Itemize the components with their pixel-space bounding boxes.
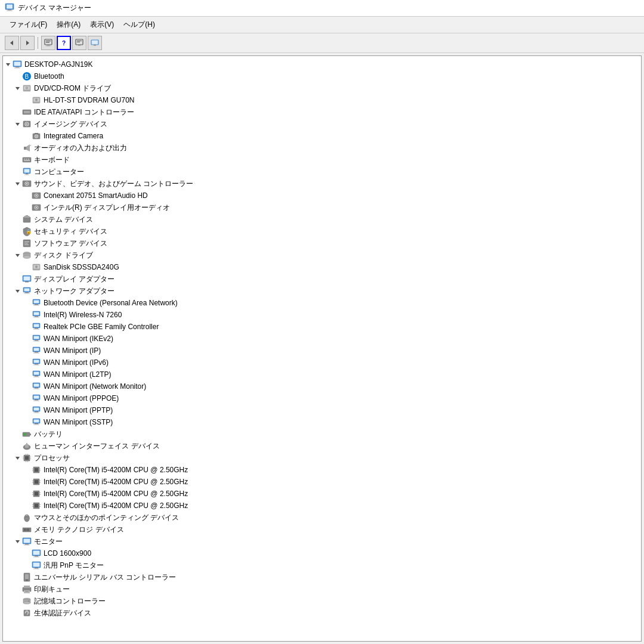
svg-rect-193	[33, 569, 39, 569]
svg-marker-44	[26, 144, 30, 151]
network-item-icon	[32, 358, 41, 367]
tree-item-wan-miniport-(ip)[interactable]: WAN Miniport (IP)	[3, 345, 641, 357]
tree-item-intel(r)-core(tm)-i5-4200m-cpu-@-2.50ghz[interactable]: Intel(R) Core(TM) i5-4200M CPU @ 2.50GHz	[3, 464, 641, 476]
forward-button[interactable]	[20, 36, 35, 50]
tree-item-intel(r)-core(tm)-i5-4200m-cpu-@-2.50ghz[interactable]: Intel(R) Core(TM) i5-4200M CPU @ 2.50GHz	[3, 500, 641, 512]
tree-item-wan-miniport-(pppoe)[interactable]: WAN Miniport (PPPOE)	[3, 392, 641, 404]
tree-item-コンピューター[interactable]: コンピューター	[3, 166, 641, 178]
disk-item-icon	[32, 95, 41, 105]
tree-item-バッテリ[interactable]: バッテリ	[3, 428, 641, 440]
collapse-icon[interactable]	[3, 60, 13, 69]
collapse-icon[interactable]	[13, 537, 22, 546]
tree-item-integrated-camera[interactable]: Integrated Camera	[3, 130, 641, 142]
tree-item-インテル(r)-ディスプレイ用オーディオ[interactable]: インテル(R) ディスプレイ用オーディオ	[3, 202, 641, 213]
tree-item-label: システム デバイス	[34, 214, 93, 225]
tree-root[interactable]: DESKTOP-AGJN19K	[3, 58, 641, 70]
tree-item-conexant-20751-smartaudio-hd[interactable]: Conexant 20751 SmartAudio HD	[3, 190, 641, 202]
tree-item-intel(r)-wireless-n-7260[interactable]: Intel(R) Wireless-N 7260	[3, 309, 641, 321]
collapse-icon[interactable]	[13, 250, 22, 260]
tree-item-label: WAN Miniport (PPPOE)	[44, 393, 119, 404]
prop-button[interactable]	[41, 36, 55, 50]
device-manager-tree[interactable]: DESKTOP-AGJN19KBBluetoothDVD/CD-ROM ドライブ…	[2, 55, 642, 642]
storage-icon	[22, 596, 32, 606]
tree-item-label: Bluetooth	[34, 71, 64, 82]
tree-item-intel(r)-core(tm)-i5-4200m-cpu-@-2.50ghz[interactable]: Intel(R) Core(TM) i5-4200M CPU @ 2.50GHz	[3, 488, 641, 500]
svg-rect-129	[34, 420, 39, 423]
network-item-icon	[32, 394, 41, 403]
tree-item-ディスク-ドライブ[interactable]: ディスク ドライブ	[3, 249, 641, 261]
network-item-icon	[32, 322, 41, 332]
keyboard-icon	[22, 155, 32, 165]
tree-item-セキュリティ-デバイス[interactable]: 🔒セキュリティ デバイス	[3, 225, 641, 237]
svg-rect-189	[33, 557, 39, 558]
network-item-icon	[32, 405, 41, 415]
help-button[interactable]: ?	[57, 36, 71, 50]
svg-rect-131	[33, 425, 39, 425]
svg-rect-143	[30, 457, 31, 457]
tree-item-wan-miniport-(sstp)[interactable]: WAN Miniport (SSTP)	[3, 416, 641, 428]
tree-item-生体認証デバイス[interactable]: 生体認証デバイス	[3, 607, 641, 619]
tree-item-ソフトウェア-デバイス[interactable]: ソフトウェア デバイス	[3, 237, 641, 249]
tree-item-label: Integrated Camera	[44, 131, 103, 141]
system-icon	[22, 215, 32, 224]
menu-file[interactable]: ファイル(F)	[5, 18, 52, 31]
collapse-icon[interactable]	[13, 83, 22, 93]
collapse-icon[interactable]	[13, 179, 22, 188]
collapse-icon[interactable]	[13, 453, 22, 463]
tree-item-キーボード[interactable]: キーボード	[3, 154, 641, 166]
tree-item-bluetooth-device-(personal-area-network)[interactable]: Bluetooth Device (Personal Area Network)	[3, 297, 641, 309]
tree-item-印刷キュー[interactable]: 印刷キュー	[3, 583, 641, 595]
tree-item-bluetooth[interactable]: BBluetooth	[3, 70, 641, 82]
tree-item-ユニバーサル-シリアル-バス-コントローラー[interactable]: ユニバーサル シリアル バス コントローラー	[3, 571, 641, 583]
collapse-icon[interactable]	[13, 119, 22, 129]
tree-item-メモリ-テクノロジ-デバイス[interactable]: メモリ テクノロジ デバイス	[3, 524, 641, 535]
tree-item-wan-miniport-(l2tp)[interactable]: WAN Miniport (L2TP)	[3, 369, 641, 380]
tree-item-マウスとそのほかのポインティング-デバイス[interactable]: マウスとそのほかのポインティング デバイス	[3, 512, 641, 524]
tree-item-dvd/cd-rom-ドライブ[interactable]: DVD/CD-ROM ドライブ	[3, 82, 641, 94]
tree-item-label: サウンド、ビデオ、およびゲーム コントローラー	[34, 178, 193, 189]
tree-item-lcd-1600x900[interactable]: LCD 1600x900	[3, 547, 641, 559]
update-button[interactable]	[72, 36, 86, 50]
tree-item-ディスプレイ-アダプター[interactable]: ディスプレイ アダプター	[3, 273, 641, 285]
svg-rect-106	[35, 352, 38, 353]
svg-rect-95	[33, 317, 39, 318]
tree-item-汎用-pnp-モニター[interactable]: 汎用 PnP モニター	[3, 559, 641, 571]
camera-icon	[32, 131, 41, 141]
back-button[interactable]	[5, 36, 19, 50]
tree-item-サウンド、ビデオ、およびゲーム-コントローラー[interactable]: サウンド、ビデオ、およびゲーム コントローラー	[3, 178, 641, 190]
security-icon: 🔒	[22, 227, 32, 236]
monitor-button[interactable]	[88, 36, 102, 50]
tree-item-モニター[interactable]: モニター	[3, 535, 641, 547]
tree-item-hl-dt-st-dvdram-gu70n[interactable]: HL-DT-ST DVDRAM GU70N	[3, 94, 641, 106]
title-bar: デバイス マネージャー	[0, 0, 644, 17]
tree-item-realtek-pcie-gbe-family-controller[interactable]: Realtek PCIe GBE Family Controller	[3, 321, 641, 333]
svg-rect-81	[24, 277, 30, 281]
tree-item-intel(r)-core(tm)-i5-4200m-cpu-@-2.50ghz[interactable]: Intel(R) Core(TM) i5-4200M CPU @ 2.50GHz	[3, 476, 641, 488]
svg-marker-138	[16, 457, 20, 460]
tree-item-wan-miniport-(network-monitor)[interactable]: WAN Miniport (Network Monitor)	[3, 380, 641, 392]
tree-item-label: プロセッサ	[34, 453, 70, 463]
tree-item-wan-miniport-(pptp)[interactable]: WAN Miniport (PPTP)	[3, 404, 641, 416]
tree-item-プロセッサ[interactable]: プロセッサ	[3, 452, 641, 464]
menu-action[interactable]: 操作(A)	[52, 18, 85, 31]
toolbar-sep-1	[38, 37, 38, 49]
collapse-icon[interactable]	[13, 286, 22, 296]
svg-rect-192	[35, 568, 38, 569]
tree-item-イメージング-デバイス[interactable]: イメージング デバイス	[3, 118, 641, 130]
tree-item-システム-デバイス[interactable]: システム デバイス	[3, 213, 641, 225]
menu-help[interactable]: ヘルプ(H)	[119, 18, 160, 31]
svg-rect-172	[39, 506, 41, 507]
tree-item-wan-miniport-(ikev2)[interactable]: WAN Miniport (IKEv2)	[3, 333, 641, 345]
network-item-icon	[32, 298, 41, 308]
svg-rect-117	[34, 384, 39, 387]
menu-view[interactable]: 表示(V)	[85, 18, 119, 31]
tree-item-記憶域コントローラー[interactable]: 記憶域コントローラー	[3, 595, 641, 607]
network-item-icon	[32, 370, 41, 379]
tree-item-wan-miniport-(ipv6)[interactable]: WAN Miniport (IPv6)	[3, 357, 641, 369]
tree-item-オーディオの入力および出力[interactable]: オーディオの入力および出力	[3, 142, 641, 154]
tree-item-sandisk-sdssda240g[interactable]: SanDisk SDSSDA240G	[3, 261, 641, 273]
tree-item-ネットワーク-アダプター[interactable]: ネットワーク アダプター	[3, 285, 641, 297]
svg-point-32	[35, 99, 38, 101]
tree-item-ヒューマン-インターフェイス-デバイス[interactable]: ヒューマン インターフェイス デバイス	[3, 440, 641, 452]
tree-item-ide-ata/atapi-コントローラー[interactable]: IDE ATA/ATAPI コントローラー	[3, 106, 641, 118]
